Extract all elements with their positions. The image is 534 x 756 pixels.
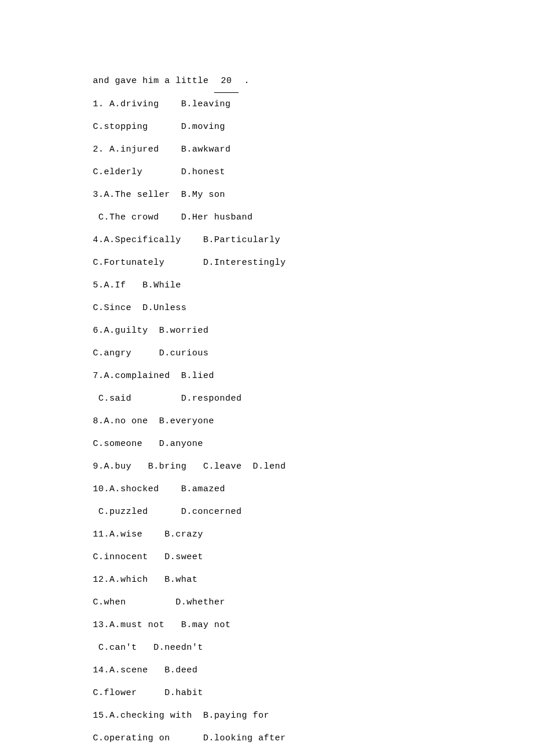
question-line: 15.A.checking with B.paying for [93,704,441,727]
question-line: 1. A.driving B.leaving [93,93,441,116]
question-line: C.innocent D.sweet [93,546,441,568]
question-line: 4.A.Specifically B.Particularly [93,229,441,251]
question-line: C.when D.whether [93,591,441,614]
question-line: C.Fortunately D.Interestingly [93,251,441,274]
question-line: 5.A.If B.While [93,274,441,297]
question-line: 9.A.buy B.bring C.leave D.lend [93,455,441,478]
question-line: C.said D.responded [93,387,441,410]
question-line: C.operating on D.looking after [93,727,441,750]
question-line: C.elderly D.honest [93,161,441,183]
question-line: C.stopping D.moving [93,116,441,138]
question-line: 10.A.shocked B.amazed [93,478,441,501]
question-line: 12.A.which B.what [93,568,441,591]
question-line: 14.A.scene B.deed [93,659,441,682]
question-line: C.someone D.anyone [93,433,441,455]
question-line: 8.A.no one B.everyone [93,410,441,433]
question-line: C.flower D.habit [93,682,441,704]
question-line: 7.A.complained B.lied [93,365,441,387]
intro-suffix: . [239,76,250,86]
intro-prefix: and gave him a little [93,76,214,86]
question-line: 3.A.The seller B.My son [93,183,441,206]
question-line: C.angry D.curious [93,342,441,365]
question-line: C.can't D.needn't [93,636,441,659]
question-line: C.The crowd D.Her husband [93,206,441,229]
fill-blank-20: 20 [214,70,239,93]
question-line: C.Since D.Unless [93,297,441,319]
question-line: C.puzzled D.concerned [93,501,441,523]
question-line: 2. A.injured B.awkward [93,138,441,161]
question-line: 11.A.wise B.crazy [93,523,441,546]
question-line: 6.A.guilty B.worried [93,319,441,342]
document-page: and gave him a little 20 . 1. A.driving … [0,0,534,756]
question-line: 13.A.must not B.may not [93,614,441,636]
intro-line: and gave him a little 20 . [93,70,441,93]
